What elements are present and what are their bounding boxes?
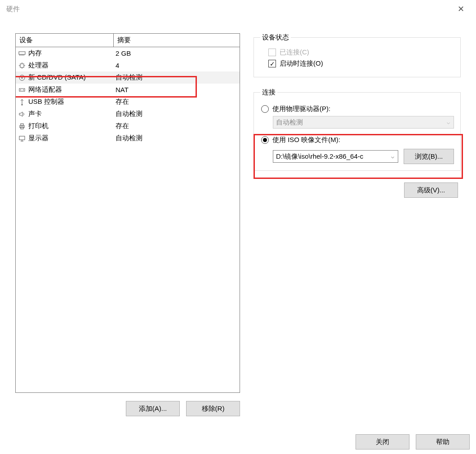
connection-group: 连接 使用物理驱动器(P): 自动检测 ⌵ 使用 ISO 映像文件(M): D:…	[254, 88, 461, 171]
use-physical-drive-radio[interactable]	[261, 105, 269, 113]
device-row-memory[interactable]: 内存 2 GB	[16, 47, 240, 59]
svg-rect-0	[19, 52, 25, 54]
device-status-legend: 设备状态	[260, 33, 291, 42]
connect-at-power-on-label: 启动时连接(O)	[280, 59, 323, 68]
printer-icon	[18, 122, 27, 131]
physical-drive-combo: 自动检测 ⌵	[273, 116, 454, 129]
svg-rect-12	[19, 89, 25, 91]
connect-at-power-on-checkbox[interactable]	[268, 60, 276, 67]
network-icon	[18, 85, 27, 94]
disc-icon	[18, 73, 27, 82]
use-physical-drive-label: 使用物理驱动器(P):	[272, 105, 330, 113]
close-icon[interactable]: ✕	[452, 4, 470, 14]
device-list-header: 设备 摘要	[16, 34, 240, 47]
svg-point-13	[20, 89, 21, 90]
svg-point-16	[22, 104, 23, 105]
memory-icon	[18, 49, 27, 58]
device-status-group: 设备状态 已连接(C) 启动时连接(O)	[254, 33, 461, 77]
svg-rect-21	[19, 136, 25, 140]
close-button[interactable]: 关闭	[356, 434, 409, 450]
device-list: 设备 摘要 内存 2 GB 处理器 4 新 CD/DVD (SATA) 自动检测	[15, 33, 240, 393]
header-summary[interactable]: 摘要	[114, 36, 240, 45]
use-iso-radio[interactable]	[261, 136, 269, 144]
device-row-cpu[interactable]: 处理器 4	[16, 59, 240, 71]
svg-point-11	[22, 77, 23, 78]
chevron-down-icon: ⌵	[447, 119, 450, 125]
svg-point-10	[19, 75, 25, 80]
display-icon	[18, 134, 27, 143]
sound-icon	[18, 110, 27, 119]
chevron-down-icon[interactable]: ⌵	[391, 153, 394, 160]
device-row-usb[interactable]: USB 控制器 存在	[16, 96, 240, 108]
svg-rect-5	[20, 64, 24, 67]
help-button[interactable]: 帮助	[416, 434, 470, 450]
usb-icon	[18, 98, 27, 107]
device-row-sound[interactable]: 声卡 自动检测	[16, 108, 240, 120]
device-row-display[interactable]: 显示器 自动检测	[16, 132, 240, 144]
connected-label: 已连接(C)	[280, 48, 309, 57]
header-device[interactable]: 设备	[16, 34, 114, 47]
device-row-printer[interactable]: 打印机 存在	[16, 120, 240, 132]
device-row-cddvd[interactable]: 新 CD/DVD (SATA) 自动检测	[16, 71, 240, 84]
svg-rect-19	[21, 124, 23, 125]
add-button[interactable]: 添加(A)...	[126, 401, 180, 416]
use-iso-label: 使用 ISO 映像文件(M):	[272, 136, 340, 144]
device-row-network[interactable]: 网络适配器 NAT	[16, 84, 240, 96]
svg-point-14	[23, 89, 24, 90]
remove-button[interactable]: 移除(R)	[186, 401, 240, 416]
iso-path-combo[interactable]: D:\镜像\iso\rhel-9.2-x86_64-c ⌵	[273, 150, 398, 163]
window-title: 硬件	[6, 5, 452, 13]
connected-checkbox	[268, 49, 276, 56]
browse-button[interactable]: 浏览(B)...	[404, 149, 454, 164]
advanced-button[interactable]: 高级(V)...	[404, 182, 458, 198]
connection-legend: 连接	[260, 88, 277, 97]
titlebar: 硬件 ✕	[0, 0, 476, 18]
svg-marker-17	[19, 112, 22, 116]
cpu-icon	[18, 61, 27, 70]
